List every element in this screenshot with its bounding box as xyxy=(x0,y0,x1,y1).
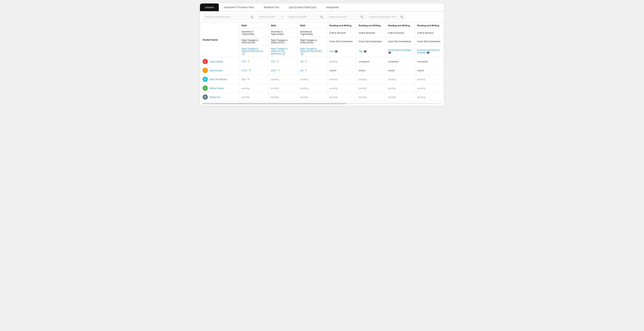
video-icon-4 xyxy=(364,50,366,52)
lesson-search-wrap: 🔍 xyxy=(326,14,365,20)
status-text: pending xyxy=(358,78,367,81)
eye-icon[interactable]: 👁 xyxy=(248,60,250,63)
score-cell-2-2: pending xyxy=(298,75,327,84)
student-search-wrap: 🔍 xyxy=(203,14,255,20)
status-text: pending xyxy=(300,78,308,81)
score-cell-4-6: pending xyxy=(415,93,444,102)
video-icon-6 xyxy=(427,52,429,54)
status-text: started xyxy=(388,69,395,72)
score-cell-0-0: 7/17 👁 xyxy=(239,57,268,66)
avatar: J xyxy=(202,68,208,73)
col-topic-5: Cross-Text Connections xyxy=(386,37,415,46)
score-cell-2-4: pending xyxy=(356,75,386,84)
eye-icon[interactable]: 👁 xyxy=(278,69,280,72)
status-text: pending xyxy=(329,87,337,89)
score-value: 15/17 👁 xyxy=(271,69,295,72)
score-cell-4-1: pending xyxy=(268,93,298,102)
tab-supertutor[interactable]: SupertutorTV Practice Tests xyxy=(219,3,259,11)
score-cell-1-1: 15/17 👁 xyxy=(268,66,298,75)
status-text: pending xyxy=(358,87,367,89)
student-progress-table: Student Name Math Math Math Reading and … xyxy=(200,22,444,102)
avatar: J xyxy=(202,85,208,91)
score-cell-1-6: started xyxy=(415,66,444,75)
col-domain-4: Craft & Structure xyxy=(356,29,386,37)
score-cell-4-2: pending xyxy=(298,93,327,102)
col-lesson-6[interactable]: Environmental Science Example xyxy=(415,46,444,57)
col-lesson-4[interactable]: Tips xyxy=(356,46,386,57)
col-lesson-2[interactable]: Right Triangles & SOHCAHTOA (HARD) ? xyxy=(298,46,327,57)
lesson-link-4[interactable]: Tips xyxy=(358,50,362,53)
video-icon-5 xyxy=(388,52,391,54)
table-row: P Potato Cat pendingpendingpendingpendin… xyxy=(200,93,444,102)
search-student-input[interactable] xyxy=(203,14,255,20)
lesson-link-3[interactable]: Intro xyxy=(329,50,334,53)
score-value: 7/17 👁 xyxy=(242,60,266,63)
score-value: 3/6 👁 xyxy=(300,69,324,72)
video-icon-3 xyxy=(335,50,337,52)
score-cell-0-3: pending xyxy=(327,57,356,66)
status-text: pending xyxy=(417,87,425,89)
eye-icon[interactable]: 👁 xyxy=(305,69,307,72)
tab-bluebook[interactable]: Bluebook Test xyxy=(259,3,284,11)
question-icon-1[interactable]: ? xyxy=(282,52,285,55)
question-icon-0[interactable]: ? xyxy=(242,52,245,55)
col-topic-0: Right Triangles & SOHCAHTOA xyxy=(239,37,268,46)
scrollbar-thumb[interactable] xyxy=(203,103,346,104)
score-cell-1-3: started xyxy=(327,66,356,75)
filter-section-select[interactable]: Filter by Section xyxy=(257,14,285,20)
score-cell-3-3: pending xyxy=(327,84,356,93)
eye-icon[interactable]: 👁 xyxy=(305,60,307,63)
col-subject-0: Math xyxy=(239,22,268,29)
student-name-cell-4: P Potato Cat xyxy=(200,93,239,102)
col-domain-0: Geometry & Trigonometry xyxy=(239,29,268,37)
eye-icon[interactable]: 👁 xyxy=(248,78,250,81)
student-name-cell-1: J Jane Erudite xyxy=(200,66,239,75)
tab-quiz[interactable]: Quiz (Custom Build Quiz) xyxy=(284,3,321,11)
lesson-link-5[interactable]: Social Science Example xyxy=(388,49,411,51)
lesson-link-0[interactable]: Right Triangles & SOHCAHTOA (EASY) xyxy=(242,47,263,52)
col-lesson-0[interactable]: Right Triangles & SOHCAHTOA (EASY) ? xyxy=(239,46,268,57)
score-cell-0-6: completed xyxy=(415,57,444,66)
playlist-search-wrap: 🔍 xyxy=(286,14,325,20)
lesson-link-2[interactable]: Right Triangles & SOHCAHTOA (HARD) xyxy=(300,47,322,52)
tab-assignment[interactable]: Assignment xyxy=(321,3,344,11)
score-cell-2-3: pending xyxy=(327,75,356,84)
student-name-link[interactable]: Lady Carlotta xyxy=(210,60,223,63)
student-name-cell-3: J Jeffrey Gibson xyxy=(200,84,239,93)
score-cell-0-1: 7/17 👁 xyxy=(268,57,298,66)
table-row: J Jeffrey Gibson pendingpendingpendingpe… xyxy=(200,84,444,93)
student-cell: J Jeffrey Gibson xyxy=(202,85,236,91)
col-subject-3: Reading and Writing xyxy=(327,22,356,29)
col-topic-4: Cross-Text Connections xyxy=(356,37,386,46)
col-subject-2: Math xyxy=(298,22,327,29)
status-text: pending xyxy=(329,78,337,81)
tab-bar: Lessons SupertutorTV Practice Tests Blue… xyxy=(200,3,444,11)
score-cell-1-4: started xyxy=(356,66,386,75)
eye-icon[interactable]: 👁 xyxy=(248,69,251,72)
search-video-input[interactable] xyxy=(367,14,405,20)
status-text: pending xyxy=(388,96,396,98)
eye-icon[interactable]: 👁 xyxy=(277,60,279,63)
col-topic-2: Right Triangles & SOHCAHTOA xyxy=(298,37,327,46)
student-name-link[interactable]: Potato Cat xyxy=(210,96,220,98)
col-lesson-5[interactable]: Social Science Example xyxy=(386,46,415,57)
score-cell-3-0: pending xyxy=(239,84,268,93)
question-icon-2[interactable]: ? xyxy=(301,52,304,55)
search-lesson-input[interactable] xyxy=(326,14,365,20)
col-lesson-1[interactable]: Right Triangles & SOHCAHTOA (MEDIUM) ? xyxy=(268,46,298,57)
status-text: started xyxy=(358,69,366,72)
score-cell-2-6: pending xyxy=(415,75,444,84)
student-name-link[interactable]: Silas The Weaver xyxy=(210,78,227,81)
main-table-container: Student Name Math Math Math Reading and … xyxy=(200,22,444,102)
student-name-link[interactable]: Jeffrey Gibson xyxy=(210,87,224,89)
student-name-cell-0: L Lady Carlotta xyxy=(200,57,239,66)
tab-lessons[interactable]: Lessons xyxy=(200,3,219,11)
score-cell-2-5: pending xyxy=(386,75,415,84)
horizontal-scrollbar[interactable] xyxy=(203,103,441,104)
col-lesson-3[interactable]: Intro xyxy=(327,46,356,57)
status-text: pending xyxy=(358,96,367,98)
search-playlist-input[interactable] xyxy=(286,14,325,20)
col-domain-5: Craft & Structure xyxy=(386,29,415,37)
status-text: pending xyxy=(329,96,337,98)
student-name-link[interactable]: Jane Erudite xyxy=(210,69,222,72)
